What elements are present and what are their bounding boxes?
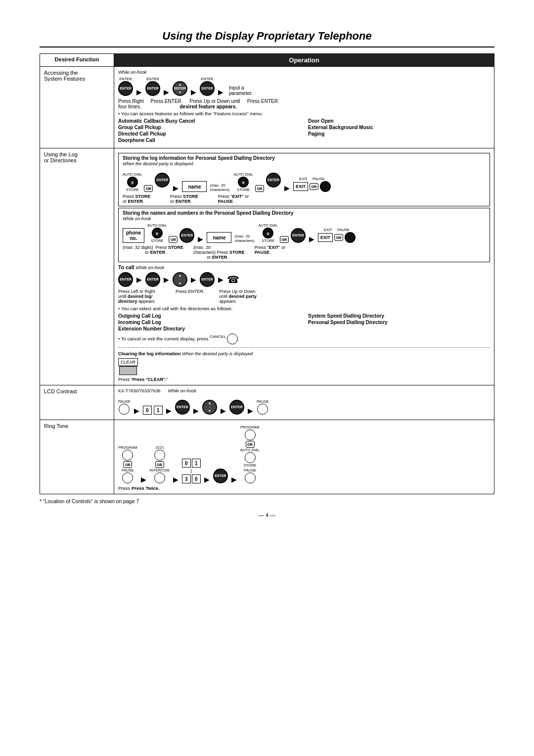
max-chars-1: (max. 20characters) [210, 183, 229, 192]
clearing-when: When the desired party is displayed [182, 351, 253, 356]
personal-names-title: Storing the names and numbers in the Per… [123, 210, 294, 216]
row-lcd-contrast: LCD Contrast KX-T7630/7633/7636 While on… [40, 385, 494, 420]
bullet-select-text: You can select and call with the directo… [121, 306, 233, 311]
main-table: Desired Function Operation Accessing the… [40, 53, 494, 494]
arr-lcd-4: ▶ [221, 407, 226, 415]
enter-lcd-1: ENTER [175, 395, 190, 415]
arrow-1: ▶ [136, 88, 142, 96]
clear-key [119, 366, 137, 375]
clearing-section: Clearing the log information When the de… [118, 351, 490, 356]
four-times: four times. [118, 104, 141, 109]
or-ring-2: OR [155, 461, 164, 468]
pause-lcd-2: PAUSE [257, 399, 269, 415]
row-ring-tone: Ring Tone PROGRAM OR PAUSE [40, 420, 494, 494]
header-desired: Desired Function [40, 54, 114, 67]
fn-lcd-label: LCD Contrast [44, 388, 77, 394]
fn-ring: Ring Tone [40, 420, 114, 494]
arr-ring-4: ▶ [231, 475, 237, 483]
sep-1 [118, 347, 490, 348]
feat-7: Doorphone Call [118, 138, 300, 143]
lcd-diagram: PAUSE ▶ 0 1 ▶ ENTER ▶ ▲·▼ [118, 395, 490, 415]
co-btn: (CO) OR INTERCOM ψ [150, 445, 170, 483]
press-twice: Press Press Twice. [118, 485, 490, 491]
or-5: OR [280, 236, 289, 243]
call-diagram: ENTER ▶ ENTER ▶ ▲·▼ ▶ ENTER ▶ ☎ [118, 272, 490, 287]
arrow-3: ▶ [191, 88, 196, 96]
feat-4: External Background Music [308, 125, 490, 130]
feat-2: Door Open [308, 118, 490, 124]
to-call-section: To call While on-hook ENTER ▶ ENTER ▶ ▲·… [118, 264, 490, 304]
personal-names-box: Storing the names and numbers in the Per… [118, 208, 490, 262]
pause-btn-2 [345, 232, 356, 243]
enter-call-3: ▲·▼ [173, 272, 187, 287]
exit-btn-2: EXIT [318, 233, 333, 242]
enter-log-1: ENTER [155, 168, 170, 192]
pause-lcd-1: PAUSE [118, 399, 131, 415]
exit-or-pause-1: EXIT PAUSE EXIT OR [293, 177, 331, 192]
pause-btn-1 [320, 181, 331, 192]
row-accessing: Accessing the System Features While on-h… [40, 67, 494, 148]
arr-call-1: ▶ [136, 276, 142, 284]
footnote: * "Location of Controls" is shown on pag… [40, 498, 494, 504]
feat-3: Group Call Pickup [118, 125, 300, 130]
clearing-title: Clearing the log information [118, 351, 181, 356]
press-twice-text: Press Twice. [132, 485, 160, 491]
or-6: OR [334, 234, 343, 241]
arr-names-2: ▶ [309, 235, 314, 243]
auto-dial-btn-1: AUTO DIAL ψ STORE [123, 172, 142, 192]
desired-feature: desired feature appears. [179, 104, 237, 109]
arr-ring-2: ▶ [173, 475, 178, 483]
ring-num-group: 0 1 | 3 0 [182, 459, 201, 483]
fn-ring-label: Ring Tone [44, 423, 68, 429]
input-param: Input aparameter. [229, 85, 253, 96]
arr-call-4: ▶ [218, 276, 223, 284]
auto-dial-btn-3: AUTO DIAL ψ STORE [147, 223, 167, 243]
fn-lcd: LCD Contrast [40, 385, 114, 420]
auto-dial-btn-4: AUTO DIAL ψ STORE [258, 223, 277, 243]
arr-log-1: ▶ [173, 184, 178, 192]
or-4: OR [169, 236, 178, 243]
feat-5: Directed Call Pickup [118, 131, 300, 137]
pause-circle-lcd-1 [119, 404, 130, 415]
fn-accessing-label: Accessing the System Features [44, 70, 85, 82]
row-log-directories: Using the Log or Directories Storing the… [40, 148, 494, 385]
arr-lcd-3: ▶ [193, 407, 199, 415]
ring-diagram: PROGRAM OR PAUSE ▶ (CO) [118, 425, 490, 483]
press-clear: Press "Press "CLEAR"." [118, 377, 490, 382]
enter-btn-3: x ▲ENTER▼ [173, 77, 187, 96]
cancel-btn [227, 333, 238, 344]
enter-lcd-btn-2: ▲·▼ [202, 400, 217, 415]
enter-btn-2: ENTER ENTER [145, 77, 160, 96]
arrow-4: ▶ [218, 88, 223, 96]
dir-bullet: • You can select and call with the direc… [118, 306, 490, 311]
name-box-1: name [182, 181, 207, 192]
clear-box: CLEAR [118, 358, 138, 366]
arr-lcd-1: ▶ [134, 407, 139, 415]
auto-dial-btn-2: AUTO DIAL ψ STORE [233, 172, 253, 192]
clear-btn-wrap: CLEAR [118, 358, 138, 375]
or-2: OR [255, 185, 264, 192]
enter-btn-1: ENTER ENTER [118, 77, 133, 96]
page-number: — 4 — [40, 512, 494, 518]
or-ring-3: OR [246, 441, 255, 448]
dir-5: Extension Number Directory [118, 326, 300, 331]
feature-menu-note: You can access features as follows with … [121, 111, 263, 116]
store-enter-labels-1: Press STOREor ENTER. Press STOREor ENTER… [123, 194, 486, 204]
enter-btn-4: ENTER ENTER [200, 77, 215, 96]
when-desired-party: When the desired party is displayed [123, 161, 193, 166]
store-enter-labels-2: (max. 32 digits) Press STORE or ENTER. (… [123, 245, 486, 260]
press-enter-accessing: Press ENTER. [151, 98, 183, 104]
enter-lcd-2: ▲·▼ [202, 395, 217, 415]
fn-accessing: Accessing the System Features [40, 67, 114, 148]
or-1: OR [144, 185, 153, 192]
press-enter-2: Press ENTER. [247, 98, 279, 104]
press-right: Press Right [118, 98, 144, 104]
dir-2: System Speed Dialling Directory [308, 313, 490, 319]
max-chars-2: (max. 20characters) [234, 234, 254, 243]
enter-lcd-btn-1: ENTER [175, 400, 190, 415]
cancel-note-text: To cancel or exit the current display, p… [121, 336, 209, 341]
press-clear-text: Press "CLEAR". [133, 377, 167, 382]
cancel-label-sup: CANCEL [210, 334, 225, 339]
enter-log-2: ENTER [266, 168, 281, 192]
ring-num-3: 3 [182, 474, 191, 483]
